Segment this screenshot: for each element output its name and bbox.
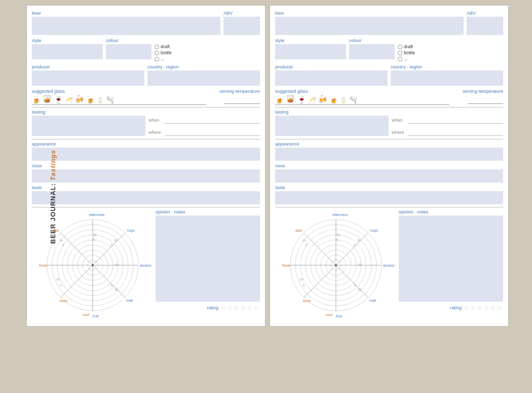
style-input-2[interactable] — [275, 44, 346, 59]
colour-input-1[interactable] — [106, 44, 151, 59]
opinion-input-1[interactable] — [156, 216, 260, 302]
top-row-2: beer ABV — [275, 11, 503, 35]
glass-stein-icon-2[interactable]: 🍺 — [329, 96, 338, 103]
nose-label-1: nose — [32, 163, 260, 168]
divider-5 — [275, 139, 503, 139]
abv-input-1[interactable] — [223, 17, 260, 35]
where-input-1[interactable] — [165, 129, 260, 136]
glass-stein-icon[interactable]: 🍺 — [86, 96, 95, 103]
svg-text:10: 10 — [357, 239, 361, 242]
tasting-input-1[interactable] — [32, 116, 145, 136]
colour-label-2: colour — [349, 38, 395, 43]
style-input-1[interactable] — [32, 44, 103, 59]
opinion-section-1: opinion · notes rating ☆☆☆☆☆☆ — [156, 209, 260, 321]
radio-other-1[interactable]: ... — [155, 56, 172, 61]
country-input-2[interactable] — [391, 70, 503, 86]
glass-pilsner-icon-2[interactable]: 🥛 — [339, 97, 347, 103]
appearance-block-1: appearance — [32, 141, 260, 161]
svg-text:floral: floral — [39, 264, 47, 267]
radio-draft-1[interactable]: draft — [155, 44, 172, 49]
tasting-label-2: tasting — [275, 110, 389, 115]
temp-label-2: serving temperature — [463, 89, 503, 94]
svg-line-10 — [93, 233, 125, 265]
svg-text:hops: hops — [370, 229, 378, 233]
producer-input-2[interactable] — [275, 70, 388, 86]
glass-tall-icon-2[interactable]: 🥃 — [285, 95, 295, 103]
radio-other-2[interactable]: ... — [398, 56, 415, 61]
nose-input-2[interactable] — [275, 169, 503, 183]
glass-tall-icon[interactable]: 🥃 — [42, 95, 52, 103]
radio-circle-bottle-1 — [155, 51, 159, 55]
glass-wine-icon-2[interactable]: 🍷 — [297, 96, 307, 103]
nose-input-1[interactable] — [32, 169, 260, 183]
beer-field-2: beer — [275, 11, 464, 35]
divider-6 — [275, 207, 503, 207]
prod-country-row-1: producer country · region — [32, 64, 260, 86]
opinion-input-2[interactable] — [399, 216, 503, 302]
glass-weizen-icon[interactable]: 🫗 — [105, 96, 115, 103]
stars-2[interactable]: ☆☆☆☆☆☆ — [464, 304, 503, 311]
glass-mug-icon-2[interactable]: 🍻 — [318, 95, 328, 103]
glass-snifter-icon-2[interactable]: 🥂 — [308, 97, 316, 103]
card-2: beer ABV style colour — [270, 5, 509, 327]
abv-input-2[interactable] — [467, 17, 503, 35]
country-label-1: country · region — [147, 64, 260, 69]
glass-temp-wrapper-1: suggested glass serving temperature 🍺 🥃 … — [32, 89, 260, 105]
svg-line-14 — [60, 265, 93, 298]
svg-text:5: 5 — [303, 284, 305, 287]
temp-input-2[interactable] — [468, 95, 503, 104]
colour-label-1: colour — [106, 38, 151, 43]
glass-pint-icon-2[interactable]: 🍺 — [275, 96, 284, 103]
radio-circle-other-2 — [398, 57, 402, 61]
style-label-2: style — [275, 38, 346, 43]
glass-label-1: suggested glass — [32, 89, 65, 94]
rating-label-2: rating — [450, 305, 462, 310]
where-input-2[interactable] — [408, 129, 503, 136]
producer-input-1[interactable] — [32, 70, 144, 86]
radio-draft-2[interactable]: draft — [398, 44, 415, 49]
where-label-1: where — [148, 130, 163, 135]
glass-pint-icon[interactable]: 🍺 — [32, 96, 41, 103]
glass-temp-wrapper-2: suggested glass serving temperature 🍺 🥃 … — [275, 89, 503, 105]
radio-bottle-label-1: bottle — [161, 50, 172, 55]
tasting-main-2: tasting — [275, 110, 389, 136]
temp-input-1[interactable] — [224, 95, 260, 104]
taste-block-1: taste — [32, 185, 260, 204]
tasting-input-2[interactable] — [275, 116, 389, 136]
svg-text:10: 10 — [302, 239, 306, 242]
nose-block-1: nose — [32, 163, 260, 183]
taste-input-1[interactable] — [32, 191, 260, 204]
when-input-1[interactable] — [165, 117, 260, 124]
glass-pilsner-icon[interactable]: 🥛 — [96, 97, 104, 103]
glass-snifter-icon[interactable]: 🥂 — [65, 97, 73, 103]
svg-text:malt: malt — [369, 299, 376, 302]
beer-input-2[interactable] — [275, 17, 464, 35]
colour-field-2: colour — [349, 38, 395, 59]
radio-bottle-2[interactable]: bottle — [398, 50, 415, 55]
taste-input-2[interactable] — [275, 191, 503, 204]
country-label-2: country · region — [391, 64, 503, 69]
beer-input-1[interactable] — [32, 17, 220, 35]
radio-circle-draft-2 — [398, 45, 402, 49]
glass-wine-icon[interactable]: 🍷 — [54, 96, 63, 103]
svg-text:bitterness: bitterness — [332, 213, 348, 217]
glass-weizen-icon-2[interactable]: 🫗 — [349, 96, 358, 103]
radio-bottle-1[interactable]: bottle — [155, 50, 172, 55]
colour-input-2[interactable] — [349, 44, 395, 59]
stars-1[interactable]: ☆☆☆☆☆☆ — [220, 304, 260, 311]
appearance-input-1[interactable] — [32, 148, 260, 161]
when-input-2[interactable] — [408, 117, 503, 124]
country-input-1[interactable] — [147, 70, 260, 86]
svg-text:5: 5 — [60, 284, 62, 287]
svg-text:fresh: fresh — [60, 299, 68, 303]
appearance-label-2: appearance — [275, 141, 503, 147]
style-colour-row-1: style colour draft bottle — [32, 38, 260, 61]
opinion-section-2: opinion · notes rating ☆☆☆☆☆☆ — [399, 209, 503, 321]
divider-1 — [32, 107, 260, 108]
appearance-input-2[interactable] — [275, 148, 503, 161]
section-text: Tastings — [49, 150, 57, 183]
radio-other-label-1: ... — [161, 56, 165, 61]
style-field-1: style — [32, 38, 103, 59]
glass-mug-icon[interactable]: 🍻 — [74, 95, 85, 103]
glass-row-2: 🍺 🥃 🍷 🥂 🍻 🍺 🥛 🫗 — [275, 95, 503, 105]
